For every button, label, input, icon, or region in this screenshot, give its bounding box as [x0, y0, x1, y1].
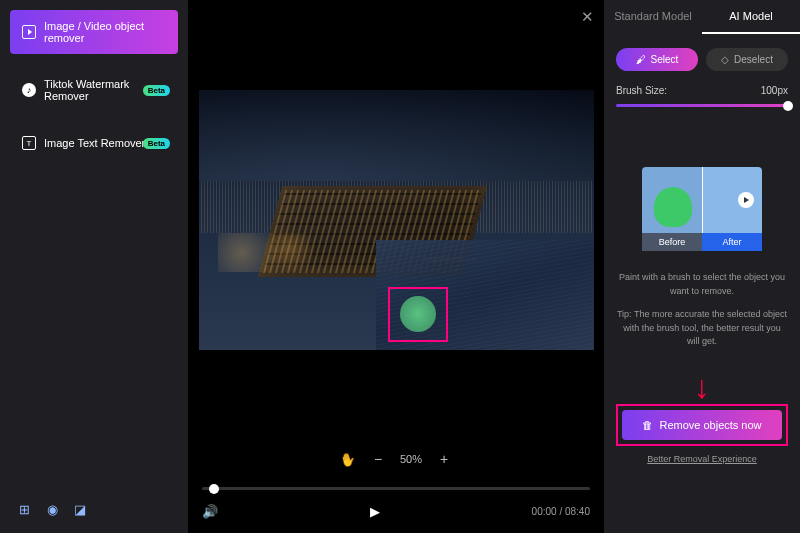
- tiktok-icon: [22, 83, 36, 97]
- hint-text-1: Paint with a brush to select the object …: [616, 271, 788, 298]
- remove-objects-button[interactable]: 🗑Remove objects now: [622, 410, 782, 440]
- seek-handle[interactable]: [209, 484, 219, 494]
- beta-badge: Beta: [143, 138, 170, 149]
- right-panel: Standard Model AI Model 🖌Select ◇Deselec…: [604, 0, 800, 533]
- after-label: After: [702, 233, 762, 251]
- eraser-icon: ◇: [721, 54, 729, 65]
- play-button[interactable]: ▶: [370, 504, 380, 519]
- zoom-in-button[interactable]: +: [436, 451, 452, 467]
- volume-icon[interactable]: 🔊: [202, 504, 218, 519]
- video-icon: [22, 25, 36, 39]
- seek-bar[interactable]: [202, 487, 590, 490]
- tab-ai[interactable]: AI Model: [702, 0, 800, 34]
- brush-size-value: 100px: [761, 85, 788, 96]
- tab-standard[interactable]: Standard Model: [604, 0, 702, 34]
- preview-image: [642, 167, 762, 233]
- app-icon-1[interactable]: ◉: [42, 499, 62, 519]
- cta-highlight: 🗑Remove objects now: [616, 404, 788, 446]
- play-icon: [738, 192, 754, 208]
- text-icon: [22, 136, 36, 150]
- preview-card[interactable]: Before After: [642, 167, 762, 251]
- deselect-mode-button[interactable]: ◇Deselect: [706, 48, 788, 71]
- sidebar: Image / Video object remover Tiktok Wate…: [0, 0, 188, 533]
- brush-size-label: Brush Size:: [616, 85, 667, 96]
- select-mode-button[interactable]: 🖌Select: [616, 48, 698, 71]
- nav-label: Image Text Remover: [44, 137, 145, 149]
- brush-size-slider[interactable]: [616, 104, 788, 107]
- beta-badge: Beta: [143, 85, 170, 96]
- model-tabs: Standard Model AI Model: [604, 0, 800, 34]
- playback-controls: 🔊 ▶ 00:00 / 08:40: [188, 479, 604, 533]
- brush-selection: [388, 287, 448, 342]
- better-experience-link[interactable]: Better Removal Experience: [616, 454, 788, 464]
- windows-icon[interactable]: ⊞: [14, 499, 34, 519]
- nav-tiktok-remover[interactable]: Tiktok Watermark Remover Beta: [10, 68, 178, 112]
- mode-switch: 🖌Select ◇Deselect: [616, 48, 788, 71]
- main-editor: ✕ ✋ − 50% + 🔊 ▶ 00:00 / 08:40: [188, 0, 604, 533]
- before-label: Before: [642, 233, 702, 251]
- time-display: 00:00 / 08:40: [532, 506, 590, 517]
- slider-handle[interactable]: [783, 101, 793, 111]
- brush-icon: 🖌: [636, 54, 646, 65]
- nav-object-remover[interactable]: Image / Video object remover: [10, 10, 178, 54]
- nav-label: Image / Video object remover: [44, 20, 166, 44]
- video-frame: [199, 90, 594, 350]
- zoom-value: 50%: [400, 453, 422, 465]
- zoom-controls: ✋ − 50% +: [188, 439, 604, 479]
- taskbar: ⊞ ◉ ◪: [10, 495, 178, 523]
- hand-tool-icon[interactable]: ✋: [338, 450, 357, 469]
- arrow-annotation: ↓: [616, 369, 788, 406]
- zoom-out-button[interactable]: −: [370, 451, 386, 467]
- app-icon-2[interactable]: ◪: [70, 499, 90, 519]
- nav-text-remover[interactable]: Image Text Remover Beta: [10, 126, 178, 160]
- trash-icon: 🗑: [642, 419, 653, 431]
- hint-text-2: Tip: The more accurate the selected obje…: [616, 308, 788, 349]
- canvas[interactable]: [188, 0, 604, 439]
